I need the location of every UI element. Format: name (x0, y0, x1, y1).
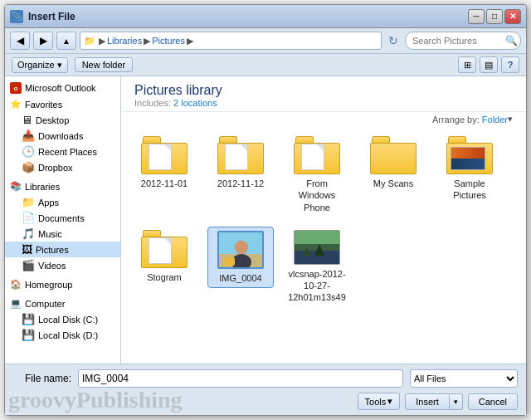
files-area: 2012-11-01 2012-11-12 (121, 126, 526, 364)
content-area: o Microsoft Outlook ⭐ Favorites 🖥 Deskto… (5, 76, 526, 364)
libraries-header[interactable]: 📚 Libraries (5, 178, 120, 194)
photo-thumbnail (217, 231, 264, 269)
sidebar-item-pictures[interactable]: 🖼 Pictures (5, 242, 120, 257)
folder-2012-11-12[interactable]: 2012-11-12 (207, 133, 274, 193)
sidebar-computer: 💻 Computer 💾 Local Disk (C:) 💾 Local Dis… (5, 295, 120, 343)
folder-stogram[interactable]: Stogram (131, 227, 197, 286)
toolbar-right: ⊞ ▤ ? (458, 56, 519, 73)
forward-button[interactable]: ▶ (33, 32, 53, 50)
file-name: IMG_0004 (219, 272, 261, 284)
dialog-title: Insert File (28, 11, 468, 22)
disk-icon: 💾 (22, 329, 35, 341)
favorites-label: Favorites (25, 100, 62, 110)
library-icon: 📚 (10, 181, 22, 192)
folder-sample-pictures[interactable]: Sample Pictures (436, 133, 503, 205)
svg-rect-4 (223, 257, 235, 266)
folder-icon (217, 136, 264, 174)
dialog-icon: 📎 (10, 10, 23, 23)
refresh-button[interactable]: ↻ (385, 32, 402, 49)
sidebar-item-documents[interactable]: 📄 Documents (5, 210, 120, 226)
insert-button[interactable]: Insert (405, 393, 450, 410)
insert-button-group: Insert ▾ (405, 393, 463, 410)
window-controls: ─ □ ✕ (468, 9, 521, 24)
help-button[interactable]: ? (501, 56, 519, 73)
filetype-select[interactable]: All Files (410, 369, 518, 388)
address-bar-icon: 📁 (84, 36, 95, 46)
folder-with-image (446, 136, 493, 174)
file-name: Stogram (147, 271, 182, 283)
homegroup-icon: 🏠 (10, 279, 22, 290)
sidebar-item-local-d[interactable]: 💾 Local Disk (D:) (5, 327, 120, 343)
folder-icon: 🕒 (22, 145, 35, 158)
locations-link[interactable]: 2 locations (173, 98, 217, 108)
address-bar[interactable]: 📁 ▶ Libraries ▶ Pictures ▶ (80, 32, 382, 50)
sidebar-item-dropbox[interactable]: 📦 Dropbox (5, 159, 120, 175)
homegroup-label: Homegroup (25, 280, 72, 290)
button-row: Tools ▾ Insert ▾ Cancel (13, 393, 518, 410)
cancel-button[interactable]: Cancel (468, 393, 518, 410)
photo-thumbnail (294, 230, 340, 265)
folder-icon: 🎵 (22, 227, 35, 240)
library-subtitle: Includes: 2 locations (134, 98, 513, 108)
arrange-link[interactable]: Folder (482, 115, 508, 125)
libraries-label: Libraries (25, 182, 60, 192)
new-folder-button[interactable]: New folder (75, 57, 134, 72)
tools-chevron-icon: ▾ (387, 396, 392, 407)
folder-icon: 🖼 (22, 243, 32, 256)
sidebar-item-apps[interactable]: 📁 Apps (5, 194, 120, 210)
back-button[interactable]: ◀ (10, 32, 30, 50)
star-icon: ⭐ (10, 99, 22, 110)
folder-2012-11-01[interactable]: 2012-11-01 (131, 133, 197, 193)
sidebar-item-local-c[interactable]: 💾 Local Disk (C:) (5, 311, 120, 327)
files-row-2: Stogram (131, 227, 516, 307)
file-name: vlcsnap-2012-10-27-12h01m13s49 (287, 268, 347, 304)
organize-button[interactable]: Organize ▾ (12, 57, 68, 73)
folder-my-scans[interactable]: My Scans (360, 133, 426, 193)
sidebar-libraries: 📚 Libraries 📁 Apps 📄 Documents 🎵 Music 🖼 (5, 178, 120, 273)
close-button[interactable]: ✕ (504, 9, 521, 24)
svg-point-2 (235, 241, 248, 254)
file-name: Sample Pictures (440, 178, 499, 202)
library-title: Pictures library (134, 83, 513, 98)
view-toggle-button[interactable]: ⊞ (458, 56, 476, 73)
outlook-label: Microsoft Outlook (25, 83, 96, 93)
sidebar-favorites: ⭐ Favorites 🖥 Desktop 📥 Downloads 🕒 Rece… (5, 96, 120, 175)
filename-input[interactable] (78, 369, 403, 388)
filename-label: File name: (13, 373, 71, 384)
computer-header[interactable]: 💻 Computer (5, 295, 120, 311)
sidebar-item-videos[interactable]: 🎬 Videos (5, 257, 120, 273)
search-input[interactable] (405, 32, 521, 50)
folder-icon (141, 230, 188, 268)
bottom-bar: File name: All Files Tools ▾ Insert ▾ Ca… (5, 364, 526, 415)
sidebar-item-music[interactable]: 🎵 Music (5, 226, 120, 242)
sidebar: o Microsoft Outlook ⭐ Favorites 🖥 Deskto… (5, 76, 121, 364)
preview-pane-button[interactable]: ▤ (480, 56, 498, 73)
folder-from-windows-phone[interactable]: From Windows Phone (284, 133, 350, 217)
sidebar-item-recent-places[interactable]: 🕒 Recent Places (5, 144, 120, 159)
sidebar-item-downloads[interactable]: 📥 Downloads (5, 128, 120, 144)
title-bar: 📎 Insert File ─ □ ✕ (5, 5, 526, 28)
search-icon[interactable]: 🔍 (505, 35, 518, 46)
favorites-header[interactable]: ⭐ Favorites (5, 96, 120, 112)
folder-icon (141, 136, 188, 174)
sidebar-outlook[interactable]: o Microsoft Outlook (5, 80, 120, 96)
up-button[interactable]: ▲ (56, 32, 76, 50)
arrange-bar: Arrange by: Folder ▾ (121, 112, 526, 126)
computer-icon: 💻 (10, 298, 22, 309)
organize-label: Organize (17, 60, 55, 70)
path-pictures[interactable]: Pictures (152, 36, 185, 46)
file-vlcsnap[interactable]: vlcsnap-2012-10-27-12h01m13s49 (284, 227, 350, 307)
minimize-button[interactable]: ─ (468, 9, 485, 24)
sidebar-item-desktop[interactable]: 🖥 Desktop (5, 112, 120, 128)
file-name: 2012-11-12 (217, 178, 264, 189)
file-img-0004[interactable]: IMG_0004 (207, 227, 274, 288)
organize-toolbar: Organize ▾ New folder ⊞ ▤ ? (5, 54, 526, 76)
homegroup-header[interactable]: 🏠 Homegroup (5, 276, 120, 292)
maximize-button[interactable]: □ (486, 9, 503, 24)
folder-icon (370, 136, 417, 174)
main-header: Pictures library Includes: 2 locations (121, 76, 526, 112)
path-libraries[interactable]: Libraries (107, 36, 142, 46)
sidebar-homegroup: 🏠 Homegroup (5, 276, 120, 292)
tools-button[interactable]: Tools ▾ (358, 393, 401, 410)
insert-dropdown-button[interactable]: ▾ (450, 393, 463, 410)
